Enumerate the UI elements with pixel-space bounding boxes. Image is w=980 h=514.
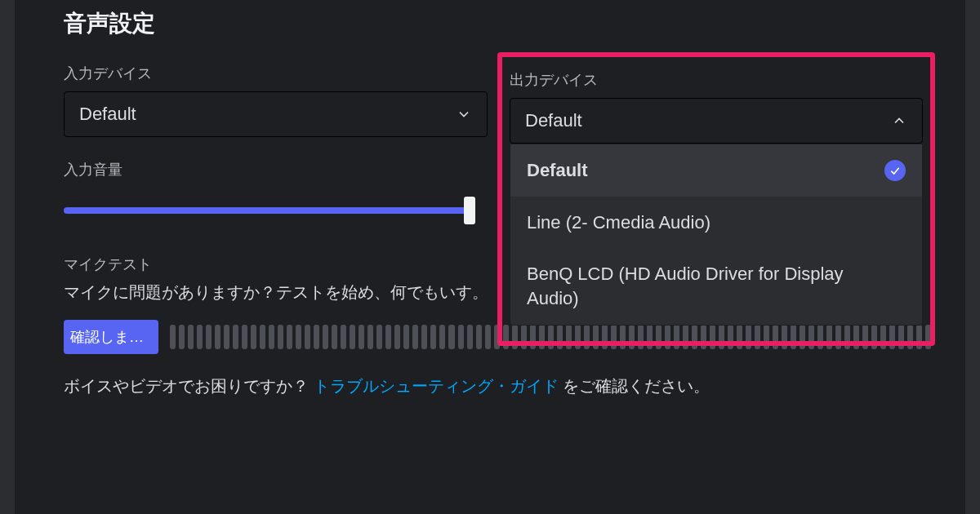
section-title: 音声設定 [64,8,931,39]
output-device-select[interactable]: Default [510,98,923,144]
input-device-value: Default [79,104,136,125]
output-device-option[interactable]: BenQ LCD (HD Audio Driver for Display Au… [510,248,922,324]
footer-suffix: をご確認ください。 [559,377,710,395]
mic-level-meter [170,325,931,349]
input-volume-slider[interactable] [64,207,470,214]
check-icon [884,160,906,181]
mic-test-description: マイクに問題がありますか？テストを始め、何でもいす。 [64,279,488,305]
slider-thumb[interactable] [464,197,475,224]
chevron-up-icon [891,113,907,129]
help-footer: ボイスやビデオでお困りですか？ トラブルシューティング・ガイド をご確認ください… [64,375,931,397]
output-device-value: Default [525,110,582,131]
option-label: Default [527,158,596,183]
input-device-label: 入力デバイス [64,64,488,83]
troubleshooting-link[interactable]: トラブルシューティング・ガイド [314,377,559,395]
output-device-dropdown: DefaultLine (2- Cmedia Audio)BenQ LCD (H… [510,144,923,326]
output-device-label: 出力デバイス [510,70,598,90]
output-device-option[interactable]: Line (2- Cmedia Audio) [510,197,922,249]
option-label: Line (2- Cmedia Audio) [527,210,719,235]
input-device-select[interactable]: Default [64,91,488,137]
chevron-down-icon [456,106,472,122]
output-device-option[interactable]: Default [510,144,922,197]
option-label: BenQ LCD (HD Audio Driver for Display Au… [527,262,906,310]
mic-test-button[interactable]: 確認しまし... [64,320,158,354]
footer-prefix: ボイスやビデオでお困りですか？ [64,377,314,395]
